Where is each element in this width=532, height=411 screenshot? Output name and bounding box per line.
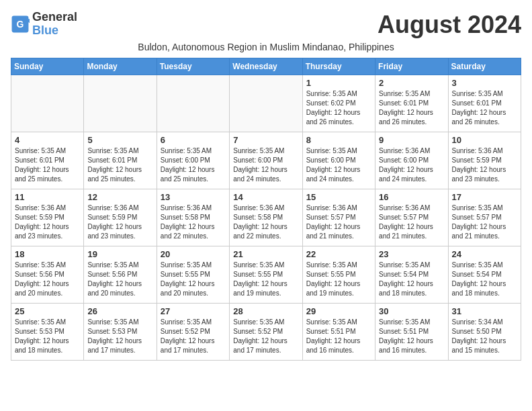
day-info: Sunrise: 5:35 AM Sunset: 6:02 PM Dayligh… [306, 89, 371, 127]
day-info: Sunrise: 5:36 AM Sunset: 5:59 PM Dayligh… [452, 146, 517, 184]
calendar-cell: 10Sunrise: 5:36 AM Sunset: 5:59 PM Dayli… [448, 132, 521, 189]
logo: G General Blue [11, 11, 77, 38]
calendar-cell: 11Sunrise: 5:36 AM Sunset: 5:59 PM Dayli… [11, 189, 84, 246]
day-info: Sunrise: 5:36 AM Sunset: 5:57 PM Dayligh… [306, 203, 371, 241]
day-number: 16 [379, 192, 444, 202]
day-header-sunday: Sunday [11, 58, 84, 75]
calendar-cell [84, 75, 157, 132]
day-info: Sunrise: 5:35 AM Sunset: 5:54 PM Dayligh… [379, 261, 444, 298]
week-row-2: 4Sunrise: 5:35 AM Sunset: 6:01 PM Daylig… [11, 132, 521, 189]
calendar-cell: 22Sunrise: 5:35 AM Sunset: 5:55 PM Dayli… [302, 246, 375, 304]
location-subtitle: Buldon, Autonomous Region in Muslim Mind… [11, 42, 521, 52]
logo-text: General Blue [32, 11, 77, 38]
day-info: Sunrise: 5:36 AM Sunset: 5:59 PM Dayligh… [15, 203, 80, 241]
day-number: 2 [379, 78, 444, 88]
day-number: 19 [87, 249, 152, 259]
day-header-tuesday: Tuesday [157, 58, 229, 75]
calendar-cell: 17Sunrise: 5:35 AM Sunset: 5:57 PM Dayli… [448, 189, 521, 246]
day-header-monday: Monday [84, 58, 157, 75]
title-section: August 2024 [378, 11, 521, 39]
calendar-cell: 27Sunrise: 5:35 AM Sunset: 5:52 PM Dayli… [157, 304, 229, 361]
day-number: 12 [87, 192, 152, 202]
calendar-cell: 15Sunrise: 5:36 AM Sunset: 5:57 PM Dayli… [302, 189, 375, 246]
day-info: Sunrise: 5:35 AM Sunset: 5:51 PM Dayligh… [379, 318, 444, 355]
page-header: G General Blue August 2024 [11, 11, 521, 39]
svg-text:G: G [17, 18, 24, 29]
day-number: 22 [306, 249, 371, 259]
calendar-cell: 7Sunrise: 5:35 AM Sunset: 6:00 PM Daylig… [230, 132, 302, 189]
day-header-saturday: Saturday [448, 58, 521, 75]
day-header-wednesday: Wednesday [230, 58, 302, 75]
calendar-cell: 2Sunrise: 5:35 AM Sunset: 6:01 PM Daylig… [375, 75, 448, 132]
day-info: Sunrise: 5:34 AM Sunset: 5:50 PM Dayligh… [452, 318, 517, 355]
week-row-5: 25Sunrise: 5:35 AM Sunset: 5:53 PM Dayli… [11, 304, 521, 361]
day-number: 24 [452, 249, 517, 259]
day-info: Sunrise: 5:36 AM Sunset: 6:00 PM Dayligh… [379, 146, 444, 184]
day-number: 23 [379, 249, 444, 259]
calendar-cell: 28Sunrise: 5:35 AM Sunset: 5:52 PM Dayli… [230, 304, 302, 361]
calendar-cell: 5Sunrise: 5:35 AM Sunset: 6:01 PM Daylig… [84, 132, 157, 189]
day-number: 30 [379, 306, 444, 316]
week-row-4: 18Sunrise: 5:35 AM Sunset: 5:56 PM Dayli… [11, 246, 521, 304]
calendar-cell: 23Sunrise: 5:35 AM Sunset: 5:54 PM Dayli… [375, 246, 448, 304]
day-info: Sunrise: 5:35 AM Sunset: 5:52 PM Dayligh… [161, 318, 226, 355]
logo-icon: G [11, 15, 30, 34]
day-info: Sunrise: 5:35 AM Sunset: 5:55 PM Dayligh… [233, 261, 298, 298]
calendar-cell: 14Sunrise: 5:36 AM Sunset: 5:58 PM Dayli… [230, 189, 302, 246]
day-number: 26 [87, 306, 152, 316]
day-number: 8 [306, 135, 371, 145]
day-info: Sunrise: 5:35 AM Sunset: 5:51 PM Dayligh… [306, 318, 371, 355]
day-number: 14 [233, 192, 298, 202]
day-header-thursday: Thursday [302, 58, 375, 75]
calendar-cell: 18Sunrise: 5:35 AM Sunset: 5:56 PM Dayli… [11, 246, 84, 304]
day-number: 6 [161, 135, 226, 145]
calendar-cell: 31Sunrise: 5:34 AM Sunset: 5:50 PM Dayli… [448, 304, 521, 361]
calendar-cell: 13Sunrise: 5:36 AM Sunset: 5:58 PM Dayli… [157, 189, 229, 246]
day-info: Sunrise: 5:35 AM Sunset: 6:01 PM Dayligh… [87, 146, 152, 184]
calendar-cell: 19Sunrise: 5:35 AM Sunset: 5:56 PM Dayli… [84, 246, 157, 304]
day-info: Sunrise: 5:35 AM Sunset: 6:01 PM Dayligh… [15, 146, 80, 184]
day-number: 21 [233, 249, 298, 259]
day-number: 5 [87, 135, 152, 145]
day-number: 10 [452, 135, 517, 145]
day-number: 3 [452, 78, 517, 88]
day-number: 27 [161, 306, 226, 316]
calendar-cell: 8Sunrise: 5:35 AM Sunset: 6:00 PM Daylig… [302, 132, 375, 189]
calendar-cell: 9Sunrise: 5:36 AM Sunset: 6:00 PM Daylig… [375, 132, 448, 189]
day-info: Sunrise: 5:35 AM Sunset: 5:53 PM Dayligh… [15, 318, 80, 355]
week-row-3: 11Sunrise: 5:36 AM Sunset: 5:59 PM Dayli… [11, 189, 521, 246]
day-info: Sunrise: 5:36 AM Sunset: 5:57 PM Dayligh… [379, 203, 444, 241]
day-info: Sunrise: 5:35 AM Sunset: 5:56 PM Dayligh… [15, 261, 80, 298]
calendar-table: SundayMondayTuesdayWednesdayThursdayFrid… [11, 58, 521, 361]
day-number: 25 [15, 306, 80, 316]
day-info: Sunrise: 5:35 AM Sunset: 5:52 PM Dayligh… [233, 318, 298, 355]
day-number: 9 [379, 135, 444, 145]
day-number: 17 [452, 192, 517, 202]
day-info: Sunrise: 5:35 AM Sunset: 6:01 PM Dayligh… [379, 89, 444, 127]
day-number: 11 [15, 192, 80, 202]
calendar-header-row: SundayMondayTuesdayWednesdayThursdayFrid… [11, 58, 521, 75]
day-info: Sunrise: 5:35 AM Sunset: 5:55 PM Dayligh… [306, 261, 371, 298]
day-info: Sunrise: 5:36 AM Sunset: 5:58 PM Dayligh… [161, 203, 226, 241]
calendar-cell: 3Sunrise: 5:35 AM Sunset: 6:01 PM Daylig… [448, 75, 521, 132]
day-info: Sunrise: 5:35 AM Sunset: 5:54 PM Dayligh… [452, 261, 517, 298]
day-info: Sunrise: 5:35 AM Sunset: 6:01 PM Dayligh… [452, 89, 517, 127]
day-number: 4 [15, 135, 80, 145]
day-info: Sunrise: 5:35 AM Sunset: 6:00 PM Dayligh… [233, 146, 298, 184]
calendar-cell: 30Sunrise: 5:35 AM Sunset: 5:51 PM Dayli… [375, 304, 448, 361]
day-info: Sunrise: 5:36 AM Sunset: 5:59 PM Dayligh… [87, 203, 152, 241]
calendar-cell: 29Sunrise: 5:35 AM Sunset: 5:51 PM Dayli… [302, 304, 375, 361]
calendar-cell: 24Sunrise: 5:35 AM Sunset: 5:54 PM Dayli… [448, 246, 521, 304]
calendar-cell [157, 75, 229, 132]
month-year-title: August 2024 [378, 11, 521, 39]
week-row-1: 1Sunrise: 5:35 AM Sunset: 6:02 PM Daylig… [11, 75, 521, 132]
day-number: 15 [306, 192, 371, 202]
calendar-cell: 20Sunrise: 5:35 AM Sunset: 5:55 PM Dayli… [157, 246, 229, 304]
calendar-cell: 16Sunrise: 5:36 AM Sunset: 5:57 PM Dayli… [375, 189, 448, 246]
day-number: 13 [161, 192, 226, 202]
day-number: 1 [306, 78, 371, 88]
day-info: Sunrise: 5:35 AM Sunset: 5:57 PM Dayligh… [452, 203, 517, 241]
calendar-cell: 21Sunrise: 5:35 AM Sunset: 5:55 PM Dayli… [230, 246, 302, 304]
calendar-cell: 12Sunrise: 5:36 AM Sunset: 5:59 PM Dayli… [84, 189, 157, 246]
day-number: 20 [161, 249, 226, 259]
